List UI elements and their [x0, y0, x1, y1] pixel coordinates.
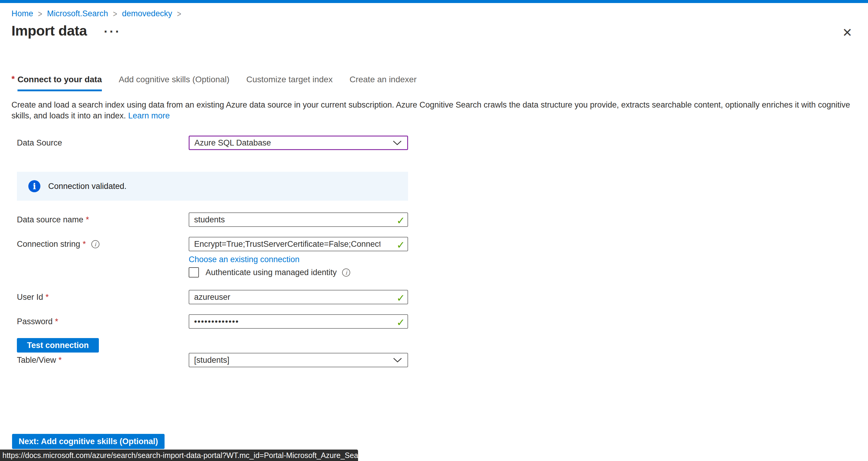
info-tooltip-icon[interactable]: i	[91, 240, 99, 248]
table-view-dropdown[interactable]: [students]	[189, 353, 408, 367]
data-source-row: Data Source Azure SQL Database	[17, 135, 409, 150]
password-control: ✓	[189, 314, 408, 329]
label-text: Connection string	[17, 240, 80, 249]
breadcrumb-demovedecky[interactable]: demovedecky	[122, 9, 173, 19]
table-view-row: Table/View * [students]	[17, 353, 409, 367]
connection-string-control: ✓	[189, 237, 408, 251]
connection-string-label: Connection string * i	[17, 240, 189, 249]
required-asterisk: *	[83, 240, 86, 249]
link-preview-status-bar: https://docs.microsoft.com/azure/search/…	[0, 450, 358, 461]
managed-identity-checkbox[interactable]	[189, 267, 199, 277]
connection-string-input[interactable]	[189, 237, 408, 251]
user-id-input[interactable]	[189, 290, 408, 304]
page-header: Import data ···	[11, 22, 121, 39]
managed-identity-row: Authenticate using managed identity i	[189, 267, 409, 278]
managed-identity-label: Authenticate using managed identity	[206, 268, 337, 277]
data-source-name-row: Data source name * ✓	[17, 212, 409, 227]
label-text: Data source name	[17, 215, 84, 224]
tab-label: Add cognitive skills (Optional)	[119, 75, 229, 84]
more-options-icon[interactable]: ···	[104, 27, 121, 35]
choose-existing-connection-link[interactable]: Choose an existing connection	[189, 255, 300, 264]
chevron-down-icon	[393, 358, 402, 363]
connection-string-row: Connection string * i ✓	[17, 237, 409, 251]
portal-top-accent-bar	[0, 0, 868, 3]
info-icon: i	[28, 180, 40, 192]
connect-data-form: Data Source Azure SQL Database i Connect…	[17, 135, 409, 367]
breadcrumb-microsoft-search[interactable]: Microsoft.Search	[47, 9, 108, 19]
intro-paragraph: Create and load a search index using dat…	[11, 99, 857, 121]
test-connection-button[interactable]: Test connection	[17, 338, 99, 352]
data-source-name-label: Data source name *	[17, 215, 189, 224]
data-source-label: Data Source	[17, 138, 189, 148]
data-source-name-control: ✓	[189, 212, 408, 227]
choose-existing-connection-row: Choose an existing connection	[189, 255, 409, 265]
user-id-control: ✓	[189, 290, 408, 304]
chevron-right-icon: >	[177, 8, 181, 19]
password-row: Password * ✓	[17, 314, 409, 329]
table-view-label: Table/View *	[17, 356, 189, 365]
required-asterisk: *	[86, 215, 89, 224]
close-icon[interactable]: ✕	[842, 27, 852, 38]
status-url: https://docs.microsoft.com/azure/search/…	[2, 451, 358, 460]
chevron-right-icon: >	[113, 8, 117, 19]
password-label: Password *	[17, 317, 189, 326]
learn-more-link[interactable]: Learn more	[128, 111, 170, 120]
connection-validated-banner: i Connection validated.	[17, 172, 408, 201]
table-view-value: [students]	[194, 356, 229, 365]
tab-add-cognitive-skills[interactable]: Add cognitive skills (Optional)	[119, 75, 229, 91]
breadcrumb: Home > Microsoft.Search > demovedecky >	[11, 9, 186, 19]
user-id-row: User Id * ✓	[17, 290, 409, 304]
wizard-tabs: * Connect to your data Add cognitive ski…	[11, 75, 433, 91]
data-source-name-input[interactable]	[189, 212, 408, 227]
page-title: Import data	[11, 22, 87, 39]
label-text: Table/View	[17, 356, 56, 365]
label-text: Data Source	[17, 138, 62, 148]
required-asterisk: *	[55, 317, 59, 326]
tab-label: Create an indexer	[350, 75, 417, 84]
tab-label: Connect to your data	[18, 75, 102, 84]
chevron-right-icon: >	[38, 8, 42, 19]
tab-create-an-indexer[interactable]: Create an indexer	[350, 75, 417, 91]
user-id-label: User Id *	[17, 293, 189, 302]
tab-connect-to-your-data[interactable]: * Connect to your data	[18, 75, 102, 91]
info-tooltip-icon[interactable]: i	[342, 269, 350, 277]
data-source-control: Azure SQL Database	[189, 135, 408, 150]
table-view-control: [students]	[189, 353, 408, 367]
chevron-down-icon	[393, 141, 402, 146]
next-add-cognitive-skills-button[interactable]: Next: Add cognitive skills (Optional)	[12, 434, 164, 449]
data-source-value: Azure SQL Database	[194, 138, 271, 148]
required-asterisk: *	[45, 293, 49, 302]
required-asterisk: *	[59, 356, 62, 365]
breadcrumb-home[interactable]: Home	[11, 9, 33, 19]
tab-customize-target-index[interactable]: Customize target index	[246, 75, 333, 91]
data-source-dropdown[interactable]: Azure SQL Database	[189, 135, 408, 150]
label-text: Password	[17, 317, 53, 326]
password-input[interactable]	[189, 314, 408, 329]
banner-text: Connection validated.	[48, 182, 127, 191]
required-asterisk: *	[11, 74, 15, 84]
tab-label: Customize target index	[246, 75, 333, 84]
label-text: User Id	[17, 293, 43, 302]
